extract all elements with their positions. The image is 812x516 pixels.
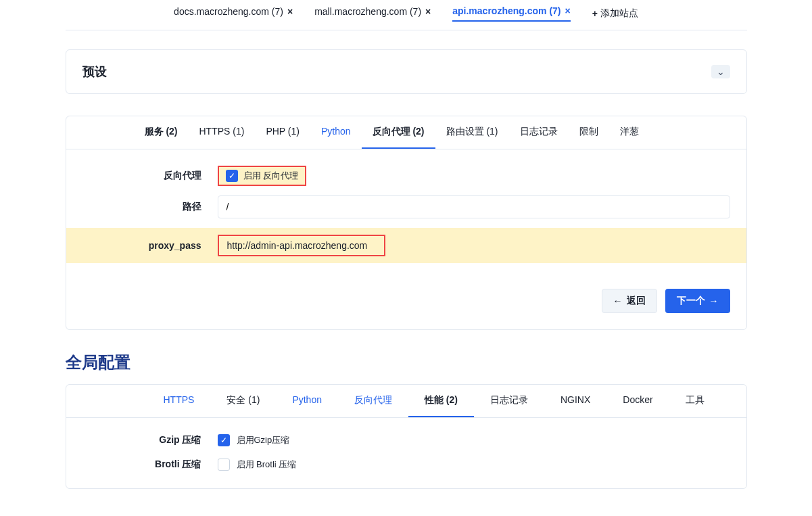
tab-global-reverse-proxy[interactable]: 反向代理 <box>338 385 408 417</box>
preset-header: 预设 ⌄ <box>66 50 746 93</box>
preset-tabs: 服务 (2) HTTPS (1) PHP (1) Python 反向代理 (2)… <box>66 116 746 149</box>
brotli-label: Brotli 压缩 <box>82 459 218 471</box>
gzip-row: Gzip 压缩 ✓ 启用Gzip压缩 <box>82 434 730 446</box>
tab-reverse-proxy[interactable]: 反向代理 (2) <box>362 116 435 149</box>
brotli-row: Brotli 压缩 启用 Brotli 压缩 <box>82 459 730 471</box>
site-tab-api[interactable]: api.macrozheng.com (7) × <box>452 5 570 22</box>
preset-title: 预设 <box>82 64 107 80</box>
add-site-button[interactable]: + 添加站点 <box>592 7 638 20</box>
site-tabs: docs.macrozheng.com (7) × mall.macrozhen… <box>66 0 747 30</box>
tab-services[interactable]: 服务 (2) <box>134 116 189 149</box>
arrow-right-icon: → <box>709 296 719 306</box>
next-button[interactable]: 下一个 → <box>665 289 730 313</box>
global-panel: HTTPS 安全 (1) Python 反向代理 性能 (2) 日志记录 NGI… <box>66 384 747 489</box>
reverse-proxy-row: 反向代理 ✓ 启用 反向代理 <box>82 166 730 186</box>
site-tab-label: mall.macrozheng.com (7) <box>314 6 421 17</box>
proxy-pass-row: proxy_pass http://admin-api.macrozheng.c… <box>66 228 746 263</box>
gzip-checkbox[interactable]: ✓ <box>218 434 230 446</box>
preset-config-panel: 服务 (2) HTTPS (1) PHP (1) Python 反向代理 (2)… <box>66 116 747 330</box>
back-label: 返回 <box>627 295 646 307</box>
close-icon[interactable]: × <box>287 6 293 17</box>
close-icon[interactable]: × <box>565 5 571 16</box>
brotli-checkbox[interactable] <box>218 459 230 471</box>
tab-limit[interactable]: 限制 <box>569 116 609 149</box>
site-tab-docs[interactable]: docs.macrozheng.com (7) × <box>174 6 293 21</box>
enable-reverse-proxy-checkbox[interactable]: ✓ <box>226 170 238 182</box>
enable-reverse-proxy-highlight: ✓ 启用 反向代理 <box>218 166 307 186</box>
next-label: 下一个 <box>677 295 705 307</box>
reverse-proxy-form: 反向代理 ✓ 启用 反向代理 路径 proxy_pass <box>66 149 746 289</box>
tab-global-docker[interactable]: Docker <box>606 385 669 417</box>
gzip-label: Gzip 压缩 <box>82 434 218 446</box>
tab-php[interactable]: PHP (1) <box>255 116 310 149</box>
global-config-title: 全局配置 <box>66 352 747 373</box>
tab-python[interactable]: Python <box>310 116 362 149</box>
enable-reverse-proxy-text: 启用 反向代理 <box>243 170 299 182</box>
site-tab-label: docs.macrozheng.com (7) <box>174 6 283 17</box>
path-input[interactable] <box>218 195 730 218</box>
gzip-enable-text: 启用Gzip压缩 <box>237 434 290 446</box>
button-row: ← 返回 下一个 → <box>66 289 746 329</box>
tab-onion[interactable]: 洋葱 <box>609 116 650 149</box>
reverse-proxy-label: 反向代理 <box>82 170 218 182</box>
tab-global-python[interactable]: Python <box>276 385 338 417</box>
preset-panel: 预设 ⌄ <box>66 49 747 94</box>
add-site-label: 添加站点 <box>600 7 638 20</box>
performance-form: Gzip 压缩 ✓ 启用Gzip压缩 Brotli 压缩 启用 Brotli 压… <box>66 418 746 488</box>
close-icon[interactable]: × <box>425 6 431 17</box>
plus-icon: + <box>592 8 598 19</box>
global-tabs: HTTPS 安全 (1) Python 反向代理 性能 (2) 日志记录 NGI… <box>66 385 746 418</box>
tab-global-tools[interactable]: 工具 <box>669 385 721 417</box>
tab-https[interactable]: HTTPS (1) <box>189 116 256 149</box>
arrow-left-icon: ← <box>613 296 623 306</box>
site-tab-label: api.macrozheng.com (7) <box>452 5 560 16</box>
tab-global-https[interactable]: HTTPS <box>147 385 211 417</box>
chevron-down-icon[interactable]: ⌄ <box>711 65 730 78</box>
site-tab-mall[interactable]: mall.macrozheng.com (7) × <box>314 6 431 21</box>
path-label: 路径 <box>82 201 218 213</box>
tab-global-logging[interactable]: 日志记录 <box>474 385 544 417</box>
tab-global-nginx[interactable]: NGINX <box>544 385 606 417</box>
tab-global-performance[interactable]: 性能 (2) <box>408 385 474 417</box>
tab-route[interactable]: 路由设置 (1) <box>435 116 509 149</box>
tab-logging[interactable]: 日志记录 <box>509 116 569 149</box>
tab-global-security[interactable]: 安全 (1) <box>210 385 276 417</box>
proxy-pass-label: proxy_pass <box>66 240 218 251</box>
back-button[interactable]: ← 返回 <box>602 289 657 313</box>
path-row: 路径 <box>82 195 730 218</box>
proxy-pass-value[interactable]: http://admin-api.macrozheng.com <box>218 235 385 256</box>
brotli-enable-text: 启用 Brotli 压缩 <box>237 459 297 471</box>
